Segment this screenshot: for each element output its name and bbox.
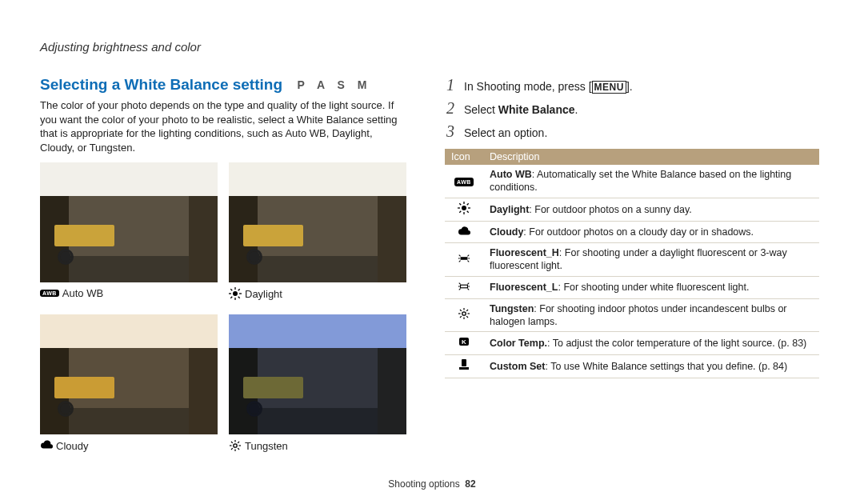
table-row: Daylight: For outdoor photos on a sunny …: [445, 198, 819, 221]
svg-line-48: [460, 316, 462, 318]
intro-paragraph: The color of your photo depends on the t…: [40, 98, 408, 154]
step-list: 1 In Shooting mode, press [MENU]. 2 Sele…: [445, 76, 819, 141]
svg-line-26: [467, 203, 469, 205]
svg-rect-52: [462, 359, 466, 366]
step-text: In Shooting mode, press [: [464, 80, 592, 93]
awb-icon: AWB: [454, 178, 474, 186]
section-heading: Selecting a White Balance setting: [40, 76, 282, 93]
row-desc: : For outdoor photos on a cloudy day or …: [523, 226, 754, 238]
row-desc: : To use White Balance settings that you…: [545, 361, 787, 372]
svg-line-35: [459, 282, 461, 284]
svg-line-14: [231, 442, 233, 443]
svg-text:K: K: [462, 338, 466, 346]
footer-section: Shooting options: [388, 478, 459, 490]
svg-line-5: [230, 289, 232, 290]
svg-line-31: [467, 260, 469, 262]
step-number: 1: [445, 76, 456, 94]
custom-set-icon: [458, 358, 470, 371]
sun-icon: [458, 202, 470, 214]
step-text: ].: [626, 80, 633, 93]
svg-line-49: [466, 310, 468, 311]
svg-line-37: [459, 288, 461, 290]
svg-line-7: [230, 297, 232, 298]
step-number: 3: [445, 122, 456, 141]
row-term: Color Temp.: [490, 338, 547, 349]
row-term: Auto WB: [490, 169, 532, 180]
fluorescent-l-icon: [458, 280, 470, 293]
svg-line-15: [238, 448, 239, 450]
step-item: 3 Select an option.: [445, 122, 819, 141]
svg-line-30: [459, 260, 461, 262]
gallery-item: Cloudy: [40, 314, 218, 463]
svg-point-9: [234, 444, 237, 447]
svg-line-46: [460, 310, 462, 311]
row-term: Daylight: [490, 204, 529, 215]
row-desc: : Automatically set the White Balance ba…: [490, 169, 791, 193]
svg-line-25: [459, 210, 461, 212]
step-text: Select: [464, 103, 498, 116]
row-term: Tungsten: [490, 303, 534, 314]
svg-line-28: [459, 254, 461, 256]
right-column: 1 In Shooting mode, press [MENU]. 2 Sele…: [445, 76, 819, 466]
row-term: Fluorescent_H: [490, 247, 559, 258]
page-footer: Shooting options 82: [0, 478, 864, 490]
svg-rect-34: [461, 285, 468, 288]
caption-label: Cloudy: [56, 440, 88, 452]
svg-rect-27: [461, 257, 468, 260]
page-number: 82: [465, 478, 475, 490]
step-number: 2: [445, 99, 456, 118]
table-row: Fluorescent_L: For shooting under white …: [445, 276, 819, 298]
row-term: Custom Set: [490, 361, 545, 372]
caption-label: Daylight: [245, 288, 282, 300]
left-column: Selecting a White Balance setting P A S …: [40, 76, 408, 466]
sample-photo-autoWB: [40, 162, 218, 282]
gallery-item: Tungsten: [229, 314, 406, 463]
table-header-desc: Description: [483, 149, 819, 165]
color-temp-icon: K: [458, 335, 470, 348]
fluorescent-h-icon: [458, 252, 470, 265]
table-row: Tungsten: For shooting indoor photos und…: [445, 298, 819, 332]
svg-line-36: [467, 282, 469, 284]
chapter-title: Adjusting brightness and color: [40, 40, 824, 54]
svg-line-8: [238, 289, 240, 290]
row-desc: : To adjust the color temperature of the…: [547, 338, 806, 349]
table-row: Cloudy: For outdoor photos on a cloudy d…: [445, 221, 819, 242]
row-desc: : For outdoor photos on a sunny day.: [529, 204, 691, 215]
cloud-icon: [458, 225, 470, 238]
svg-line-29: [467, 254, 469, 256]
two-column-layout: Selecting a White Balance setting P A S …: [40, 76, 824, 466]
bulb-icon: [458, 307, 470, 320]
svg-point-18: [462, 206, 466, 210]
row-desc: : For shooting under white fluorescent l…: [558, 282, 749, 293]
row-term: Fluorescent_L: [490, 282, 558, 293]
step-item: 1 In Shooting mode, press [MENU].: [445, 76, 819, 94]
svg-line-38: [467, 288, 469, 290]
svg-line-23: [459, 203, 461, 205]
step-bold: White Balance: [498, 103, 575, 116]
svg-point-41: [462, 312, 466, 315]
table-row: Custom Set: To use White Balance setting…: [445, 354, 819, 378]
svg-point-0: [233, 291, 238, 296]
bulb-icon: [229, 439, 242, 452]
gallery-item: Daylight: [229, 162, 406, 311]
svg-line-17: [238, 442, 239, 443]
table-header-icon: Icon: [445, 149, 483, 165]
table-row: Fluorescent_H: For shooting under a dayl…: [445, 243, 819, 277]
wb-options-table: Icon Description AWB Auto WB: Automatica…: [445, 149, 819, 378]
awb-icon: AWB: [40, 290, 59, 297]
row-desc: : For shooting indoor photos under incan…: [490, 303, 787, 327]
sample-gallery: AWB Auto WB Daylight: [40, 162, 408, 463]
table-row: K Color Temp.: To adjust the color tempe…: [445, 332, 819, 354]
svg-line-6: [238, 297, 240, 298]
caption-label: Tungsten: [245, 440, 288, 452]
cloud-icon: [40, 439, 53, 452]
table-row: AWB Auto WB: Automatically set the White…: [445, 165, 819, 198]
svg-line-16: [231, 448, 233, 450]
step-text: Select an option.: [464, 126, 547, 139]
svg-rect-53: [459, 367, 469, 370]
svg-line-24: [467, 210, 469, 212]
gallery-item: AWB Auto WB: [40, 162, 218, 311]
svg-line-47: [466, 316, 468, 318]
manual-page: Adjusting brightness and color Selecting…: [0, 0, 864, 504]
sun-icon: [229, 287, 242, 300]
